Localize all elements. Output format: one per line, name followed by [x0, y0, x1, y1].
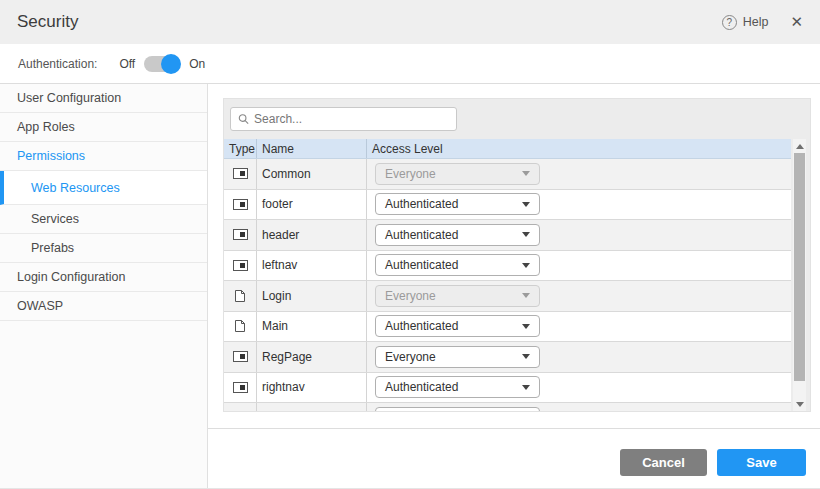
partial-icon	[233, 229, 248, 240]
sidebar-item-label: Services	[31, 212, 79, 226]
sidebar-item-login-configuration[interactable]: Login Configuration	[0, 263, 207, 292]
caret-down-icon	[522, 202, 530, 207]
authentication-toggle[interactable]	[144, 56, 178, 72]
sidebar-item-label: User Configuration	[17, 91, 121, 105]
security-dialog: Security ? Help ✕ Authentication: Off On…	[0, 0, 820, 489]
column-header-type: Type	[224, 139, 257, 158]
partial-icon	[233, 351, 248, 362]
sidebar-item-app-roles[interactable]: App Roles	[0, 113, 207, 142]
access-level-value: Authenticated	[385, 258, 458, 272]
caret-down-icon	[522, 324, 530, 329]
sidebar-item-label: OWASP	[17, 299, 63, 313]
sidebar-item-label: App Roles	[17, 120, 75, 134]
authentication-label: Authentication:	[18, 57, 97, 71]
access-level-value: Authenticated	[385, 197, 458, 211]
access-level-value: Authenticated	[385, 380, 458, 394]
access-level-value: Everyone	[385, 167, 436, 181]
row-name: Common	[257, 159, 367, 189]
sidebar: User Configuration App Roles Permissions…	[0, 84, 208, 488]
row-name: rightnav	[257, 373, 367, 403]
row-name: Main	[257, 312, 367, 342]
sidebar-item-label: Prefabs	[31, 241, 74, 255]
page-icon	[234, 289, 246, 303]
footer-divider	[208, 428, 820, 429]
caret-down-icon	[522, 385, 530, 390]
help-button[interactable]: ? Help	[722, 15, 769, 30]
sidebar-item-label: Web Resources	[31, 181, 120, 195]
sidebar-item-web-resources[interactable]: Web Resources	[0, 171, 207, 205]
permissions-grid-panel: Type Name Access Level Common Everyone	[223, 98, 811, 412]
table-row: Common Everyone	[224, 159, 791, 190]
page-icon	[234, 319, 246, 333]
sidebar-item-prefabs[interactable]: Prefabs	[0, 234, 207, 263]
resources-table: Type Name Access Level Common Everyone	[224, 139, 791, 411]
access-level-value: Authenticated	[385, 319, 458, 333]
close-icon[interactable]: ✕	[790, 13, 803, 31]
access-level-value: Authenticated	[385, 228, 458, 242]
toggle-off-label: Off	[119, 57, 135, 71]
page-title: Security	[17, 12, 78, 32]
help-label: Help	[743, 15, 769, 29]
table-scrollbar[interactable]	[793, 139, 806, 411]
sidebar-item-services[interactable]: Services	[0, 205, 207, 234]
caret-down-icon	[522, 263, 530, 268]
cancel-button[interactable]: Cancel	[620, 449, 707, 476]
caret-down-icon	[522, 171, 530, 176]
table-row: leftnav Authenticated	[224, 251, 791, 282]
search-icon	[238, 113, 249, 125]
row-name: leftnav	[257, 251, 367, 281]
table-body: Common Everyone footer Authenticated	[224, 159, 791, 403]
access-level-select[interactable]: Authenticated	[375, 376, 540, 398]
sidebar-item-label: Permissions	[17, 149, 85, 163]
search-box	[230, 107, 457, 131]
access-level-select[interactable]: Everyone	[375, 285, 540, 307]
row-name: Login	[257, 281, 367, 311]
sidebar-item-user-configuration[interactable]: User Configuration	[0, 84, 207, 113]
search-input[interactable]	[254, 112, 449, 126]
access-level-select[interactable]: Everyone	[375, 346, 540, 368]
column-header-name: Name	[257, 139, 367, 158]
caret-down-icon	[522, 293, 530, 298]
access-level-value: Everyone	[385, 289, 436, 303]
access-level-value: Everyone	[385, 350, 436, 364]
table-row: Login Everyone	[224, 281, 791, 312]
table-row: footer Authenticated	[224, 190, 791, 221]
access-level-select[interactable]: Everyone	[375, 163, 540, 185]
sidebar-item-label: Login Configuration	[17, 270, 125, 284]
help-icon: ?	[722, 15, 737, 30]
sidebar-item-permissions[interactable]: Permissions	[0, 142, 207, 171]
table-header: Type Name Access Level	[224, 139, 791, 159]
content-area: Type Name Access Level Common Everyone	[208, 84, 820, 488]
column-header-access-level: Access Level	[367, 139, 791, 158]
caret-down-icon	[522, 232, 530, 237]
partial-icon	[233, 199, 248, 210]
row-name: header	[257, 220, 367, 250]
access-level-select[interactable]: Authenticated	[375, 315, 540, 337]
triangle-up-icon	[796, 144, 804, 149]
table-row: rightnav Authenticated	[224, 373, 791, 404]
table-row: header Authenticated	[224, 220, 791, 251]
access-level-select[interactable]	[375, 407, 540, 411]
sidebar-item-owasp[interactable]: OWASP	[0, 292, 207, 321]
table-row-cutoff	[224, 403, 791, 411]
scrollbar-thumb[interactable]	[794, 153, 805, 381]
scroll-down-button[interactable]	[793, 397, 806, 411]
access-level-select[interactable]: Authenticated	[375, 193, 540, 215]
save-button[interactable]: Save	[717, 449, 806, 476]
scroll-up-button[interactable]	[793, 139, 806, 153]
row-name: RegPage	[257, 342, 367, 372]
triangle-down-icon	[796, 402, 804, 407]
dialog-header: Security ? Help ✕	[0, 0, 820, 44]
partial-icon	[233, 260, 248, 271]
access-level-select[interactable]: Authenticated	[375, 254, 540, 276]
table-row: RegPage Everyone	[224, 342, 791, 373]
access-level-select[interactable]: Authenticated	[375, 224, 540, 246]
toggle-on-label: On	[189, 57, 205, 71]
caret-down-icon	[522, 354, 530, 359]
toggle-knob	[161, 54, 181, 74]
table-row: Main Authenticated	[224, 312, 791, 343]
partial-icon	[233, 382, 248, 393]
row-name: footer	[257, 190, 367, 220]
partial-icon	[233, 168, 248, 179]
authentication-bar: Authentication: Off On	[0, 44, 820, 84]
